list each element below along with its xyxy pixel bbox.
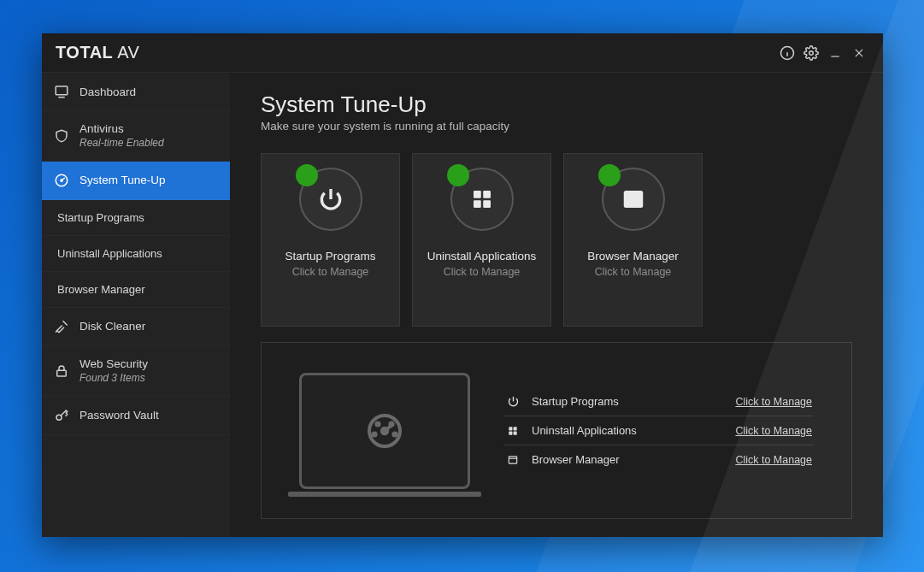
status-dot-icon <box>296 164 318 186</box>
sidebar-item-label: Startup Programs <box>57 211 144 224</box>
sidebar-item-label: Password Vault <box>79 409 159 422</box>
summary-rows: Startup Programs Click to Manage Uninsta… <box>504 387 814 474</box>
sidebar-item-label: Disk Cleaner <box>79 320 145 333</box>
sidebar: Dashboard Antivirus Real-time Enabled Sy… <box>42 73 230 537</box>
monitor-icon <box>54 84 69 99</box>
svg-point-25 <box>376 422 379 425</box>
status-dot-icon <box>598 164 621 186</box>
card-startup[interactable]: Startup Programs Click to Manage <box>261 153 400 327</box>
apps-icon <box>469 186 495 212</box>
minimize-icon[interactable] <box>823 41 847 65</box>
page-title: System Tune-Up <box>261 91 852 118</box>
row-label: Uninstall Applications <box>532 424 637 437</box>
svg-point-10 <box>61 180 62 181</box>
sidebar-item-label: Web Security <box>79 357 148 372</box>
laptop-illustration <box>299 373 470 489</box>
sidebar-item-label: Dashboard <box>79 86 136 98</box>
svg-rect-30 <box>509 431 512 434</box>
sidebar-item-vault[interactable]: Password Vault <box>42 397 230 435</box>
svg-point-21 <box>633 194 634 196</box>
feature-cards: Startup Programs Click to Manage Uninsta… <box>261 153 852 327</box>
apps-icon <box>506 425 520 437</box>
svg-point-23 <box>382 428 387 433</box>
broom-icon <box>54 319 69 334</box>
info-icon[interactable] <box>775 41 799 65</box>
row-browser: Browser Manager Click to Manage <box>504 445 814 474</box>
card-title: Startup Programs <box>285 250 376 262</box>
svg-rect-13 <box>474 191 481 198</box>
gear-icon[interactable] <box>799 41 823 65</box>
row-label: Browser Manager <box>532 453 620 466</box>
svg-rect-15 <box>474 200 481 208</box>
sidebar-item-disk[interactable]: Disk Cleaner <box>42 308 230 346</box>
row-label: Startup Programs <box>532 395 619 408</box>
row-uninstall: Uninstall Applications Click to Manage <box>504 416 814 445</box>
sidebar-item-antivirus[interactable]: Antivirus Real-time Enabled <box>42 111 230 162</box>
page-subtitle: Make sure your system is running at full… <box>261 120 852 133</box>
svg-rect-14 <box>483 191 491 198</box>
svg-rect-7 <box>56 86 68 95</box>
power-icon <box>506 395 520 408</box>
sidebar-item-tuneup[interactable]: System Tune-Up <box>42 162 230 200</box>
row-action-link[interactable]: Click to Manage <box>735 425 812 437</box>
key-icon <box>54 408 69 423</box>
sidebar-item-dashboard[interactable]: Dashboard <box>42 73 230 111</box>
main-content: System Tune-Up Make sure your system is … <box>230 73 883 537</box>
sidebar-item-browser[interactable]: Browser Manager <box>42 272 230 308</box>
window-icon <box>621 186 646 212</box>
status-dot-icon <box>447 164 469 186</box>
svg-rect-16 <box>483 200 491 208</box>
card-uninstall[interactable]: Uninstall Applications Click to Manage <box>412 153 551 327</box>
sidebar-item-label: Antivirus <box>79 122 164 137</box>
svg-point-27 <box>393 433 396 435</box>
card-browser[interactable]: Browser Manager Click to Manage <box>563 153 703 327</box>
svg-point-20 <box>629 194 631 196</box>
sidebar-item-label: Browser Manager <box>57 283 145 296</box>
row-startup: Startup Programs Click to Manage <box>504 387 814 416</box>
window-icon <box>506 454 520 466</box>
sidebar-item-uninstall[interactable]: Uninstall Applications <box>42 236 230 272</box>
sidebar-item-subtext: Real-time Enabled <box>79 137 164 150</box>
sidebar-item-websec[interactable]: Web Security Found 3 Items <box>42 346 230 397</box>
row-action-link[interactable]: Click to Manage <box>735 396 812 408</box>
sidebar-item-startup[interactable]: Startup Programs <box>42 200 230 236</box>
summary-panel: Startup Programs Click to Manage Uninsta… <box>261 342 852 519</box>
svg-point-3 <box>809 50 814 55</box>
svg-point-19 <box>627 194 628 196</box>
svg-rect-11 <box>57 370 67 376</box>
sidebar-item-label: System Tune-Up <box>79 174 166 186</box>
lock-icon <box>54 363 69 379</box>
sidebar-item-subtext: Found 3 Items <box>79 372 148 385</box>
card-title: Browser Manager <box>587 250 679 262</box>
gauge-icon <box>364 410 405 451</box>
sidebar-item-label: Uninstall Applications <box>57 247 162 260</box>
svg-point-26 <box>390 422 392 425</box>
card-action: Click to Manage <box>595 266 672 278</box>
svg-rect-32 <box>509 456 516 463</box>
app-window: TOTAL AV Dashboard <box>42 33 883 537</box>
card-title: Uninstall Applications <box>427 250 537 262</box>
svg-point-12 <box>56 415 62 420</box>
svg-rect-28 <box>509 427 512 430</box>
close-icon[interactable] <box>847 41 871 65</box>
svg-rect-31 <box>514 431 517 434</box>
svg-rect-29 <box>514 427 517 430</box>
shield-icon <box>54 128 69 144</box>
titlebar: TOTAL AV <box>42 33 883 73</box>
card-action: Click to Manage <box>292 266 369 278</box>
power-icon <box>317 186 344 213</box>
card-action: Click to Manage <box>444 266 521 278</box>
brand: TOTAL AV <box>56 43 139 62</box>
gauge-icon <box>54 173 69 188</box>
row-action-link[interactable]: Click to Manage <box>735 454 812 466</box>
svg-point-24 <box>373 433 375 435</box>
